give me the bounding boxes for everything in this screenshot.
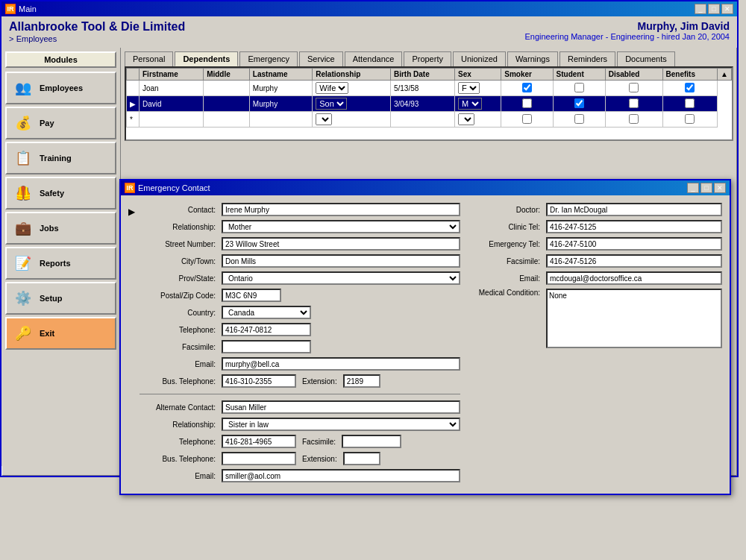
- cell-firstname[interactable]: David: [140, 96, 204, 112]
- sex-select-new[interactable]: [458, 113, 474, 125]
- alt-tel-input[interactable]: [222, 435, 296, 448]
- country-select[interactable]: Canada: [222, 306, 311, 319]
- table-row[interactable]: Joan Murphy Wife 5/13/58 F: [127, 81, 732, 96]
- tab-reminders[interactable]: Reminders: [560, 51, 615, 66]
- cell-relationship[interactable]: Son: [313, 96, 391, 112]
- tab-emergency[interactable]: Emergency: [239, 51, 298, 66]
- tab-warnings[interactable]: Warnings: [507, 51, 558, 66]
- sidebar-item-employees[interactable]: 👥 Employees: [5, 72, 116, 104]
- cell-disabled[interactable]: [605, 96, 662, 112]
- cell-disabled[interactable]: [605, 81, 662, 96]
- alt-email-input[interactable]: [222, 469, 460, 482]
- cell-birthdate[interactable]: 3/04/93: [390, 96, 454, 112]
- benefits-checkbox[interactable]: [685, 83, 695, 92]
- table-row-new[interactable]: *: [127, 112, 732, 128]
- cell-sex[interactable]: M: [455, 96, 501, 112]
- cell-middle-new[interactable]: [204, 112, 250, 128]
- relationship-select[interactable]: Mother: [222, 220, 460, 233]
- alt-extension-input[interactable]: [343, 452, 380, 465]
- close-button[interactable]: ✕: [721, 4, 733, 14]
- benefits-checkbox-new[interactable]: [685, 114, 695, 124]
- smoker-checkbox-new[interactable]: [522, 114, 532, 124]
- bus-tel-input[interactable]: [222, 374, 296, 388]
- cell-lastname[interactable]: Murphy: [249, 96, 312, 112]
- tab-attendance[interactable]: Attendance: [345, 51, 403, 66]
- cell-student[interactable]: [553, 96, 605, 112]
- cell-smoker[interactable]: [501, 96, 553, 112]
- city-input[interactable]: [222, 254, 460, 268]
- sidebar-item-reports[interactable]: 📝 Reports: [5, 247, 116, 280]
- tab-property[interactable]: Property: [404, 51, 451, 66]
- tab-documents[interactable]: Documents: [617, 51, 675, 66]
- sidebar-item-training[interactable]: 📋 Training: [5, 142, 116, 174]
- cell-middle[interactable]: [204, 96, 250, 112]
- street-input[interactable]: [222, 237, 460, 251]
- smoker-checkbox[interactable]: [522, 98, 532, 108]
- tab-unionized[interactable]: Unionized: [453, 51, 506, 66]
- student-checkbox[interactable]: [574, 83, 584, 92]
- cell-smoker-new[interactable]: [501, 112, 553, 128]
- dialog-maximize-button[interactable]: □: [700, 183, 712, 193]
- right-fax-input[interactable]: [546, 254, 722, 268]
- sex-select[interactable]: M: [458, 98, 482, 110]
- email-input[interactable]: [222, 357, 460, 371]
- cell-sex[interactable]: F: [455, 81, 501, 96]
- relationship-select[interactable]: Wife: [316, 82, 348, 94]
- breadcrumb-text[interactable]: Employees: [16, 34, 57, 43]
- dialog-minimize-button[interactable]: _: [687, 183, 699, 193]
- medical-condition-textarea[interactable]: None: [546, 289, 722, 348]
- cell-student[interactable]: [553, 81, 605, 96]
- contact-input[interactable]: [222, 203, 460, 216]
- alt-contact-input[interactable]: [222, 400, 460, 414]
- tab-dependents[interactable]: Dependents: [175, 51, 238, 66]
- sidebar-item-jobs[interactable]: 💼 Jobs: [5, 212, 116, 245]
- cell-lastname-new[interactable]: [249, 112, 312, 128]
- student-checkbox[interactable]: [574, 98, 584, 108]
- sex-select[interactable]: F: [458, 82, 480, 94]
- sidebar-item-pay[interactable]: 💰 Pay: [5, 107, 116, 139]
- cell-firstname[interactable]: Joan: [140, 81, 204, 96]
- disabled-checkbox[interactable]: [629, 98, 639, 108]
- prov-select[interactable]: Ontario: [222, 271, 460, 285]
- sidebar-item-setup[interactable]: ⚙️ Setup: [5, 282, 116, 315]
- sidebar-item-exit[interactable]: 🔑 Exit: [5, 317, 116, 350]
- relationship-select-new[interactable]: [316, 113, 332, 125]
- cell-smoker[interactable]: [501, 81, 553, 96]
- emergency-tel-input[interactable]: [546, 237, 722, 251]
- cell-birthdate[interactable]: 5/13/58: [390, 81, 454, 96]
- cell-birthdate-new[interactable]: [390, 112, 454, 128]
- tab-service[interactable]: Service: [299, 51, 343, 66]
- telephone-input[interactable]: [222, 323, 311, 336]
- doctor-input[interactable]: [546, 203, 722, 216]
- cell-benefits[interactable]: [662, 96, 718, 112]
- cell-middle[interactable]: [204, 81, 250, 96]
- cell-relationship-new[interactable]: [313, 112, 391, 128]
- postal-input[interactable]: [222, 289, 281, 302]
- dialog-close-button[interactable]: ✕: [714, 183, 726, 193]
- minimize-button[interactable]: _: [695, 4, 706, 14]
- cell-benefits[interactable]: [662, 81, 718, 96]
- table-row[interactable]: ▶ David Murphy Son 3/04/93 M: [127, 96, 732, 112]
- alt-relationship-select[interactable]: Sister in law: [222, 418, 460, 431]
- tab-personal[interactable]: Personal: [125, 51, 173, 66]
- disabled-checkbox[interactable]: [629, 83, 639, 92]
- extension-input[interactable]: [343, 374, 380, 388]
- alt-bus-tel-input[interactable]: [222, 452, 296, 465]
- clinic-tel-input[interactable]: [546, 220, 722, 233]
- relationship-select[interactable]: Son: [316, 98, 347, 110]
- alt-facsimile-input[interactable]: [342, 435, 401, 448]
- cell-student-new[interactable]: [553, 112, 605, 128]
- cell-relationship[interactable]: Wife: [313, 81, 391, 96]
- sidebar-item-safety[interactable]: 🦺 Safety: [5, 177, 116, 210]
- right-email-input[interactable]: [546, 271, 722, 285]
- smoker-checkbox[interactable]: [522, 83, 532, 92]
- disabled-checkbox-new[interactable]: [629, 114, 639, 124]
- cell-lastname[interactable]: Murphy: [249, 81, 312, 96]
- cell-sex-new[interactable]: [455, 112, 501, 128]
- student-checkbox-new[interactable]: [574, 114, 584, 124]
- cell-firstname-new[interactable]: [140, 112, 204, 128]
- maximize-button[interactable]: □: [708, 4, 720, 14]
- cell-disabled-new[interactable]: [605, 112, 662, 128]
- cell-benefits-new[interactable]: [662, 112, 718, 128]
- benefits-checkbox[interactable]: [685, 98, 695, 108]
